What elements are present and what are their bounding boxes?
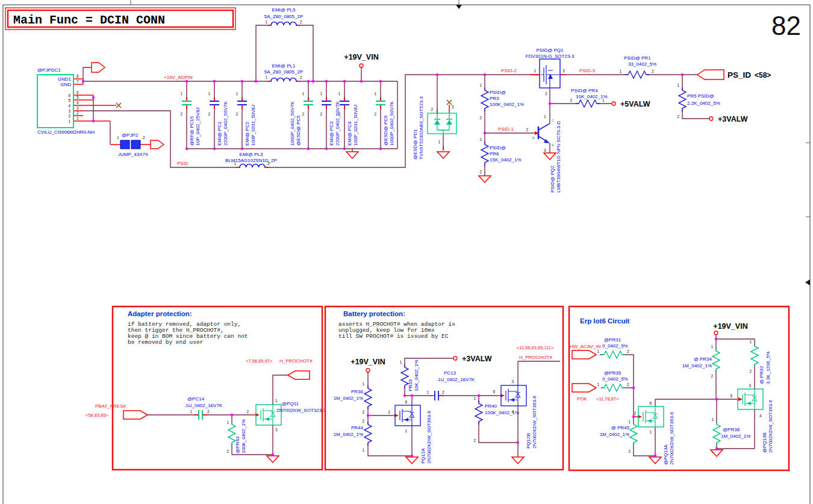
pjp2-part: JUMP_43X79 [118, 152, 148, 157]
pr35-ref: @PR35 [604, 370, 621, 376]
pr36-val: 1M_0402_1% [334, 396, 363, 401]
pc1-pin-2: 2 [208, 112, 210, 116]
net-label-psid-3: PSID-3 [579, 68, 595, 73]
pr45-pin-1: 1 [628, 420, 631, 424]
pr4-pin-1: 1 [602, 98, 605, 102]
pr44-pin-2: 2 [362, 419, 364, 423]
pd1-pin-1: 1 [438, 140, 440, 144]
pq11-val: 2N7002KW_SOT323-3 [276, 408, 326, 413]
net-label-psid: PSID [177, 161, 188, 166]
pr45-ref: @ PR45 [611, 425, 630, 431]
pc2-pin-2: 2 [235, 112, 238, 116]
pr38-val: 1M_0402_1% [721, 434, 750, 439]
pc4-pin-1: 1 [338, 92, 340, 96]
connector-pin-4: 4 [68, 104, 70, 108]
connector-ref: @PJPDC1 [37, 67, 61, 73]
pjp2-ref: @PJP2 [122, 132, 139, 138]
jumper-pad-1 [120, 140, 129, 149]
pr3-val: 100K_0402_1% [490, 102, 524, 107]
pr34-ref: @ PR34 [694, 356, 712, 362]
pr32-val: 3.3K_1206_5% [765, 351, 771, 384]
pr6-pin-2: 2 [479, 170, 482, 174]
pq12b-pin-3: 3 [511, 379, 514, 384]
pq13a-pin-6: 6 [649, 401, 652, 405]
pc1-val: 2200P_0402_50V7K [223, 101, 228, 146]
pr33-pin-1: 1 [399, 360, 402, 364]
pr38-ref: @PR38 [723, 427, 740, 432]
pr31-pin-2: 2 [627, 349, 629, 353]
pc13-pin-1: 1 [426, 390, 429, 394]
terminal-3valw-battery: +3VALW [462, 355, 492, 363]
pad-number-2: 2 [76, 111, 79, 115]
pc1-ref: EMI@ PC1 [217, 121, 222, 146]
pc5-ref: @ESD@ PC5 [296, 115, 301, 146]
pr5-pin-2: 2 [677, 114, 679, 119]
pr44-val: 1M_0402_1% [334, 432, 363, 437]
h-prochot-pages-a: <7,58,85,97> [246, 358, 273, 364]
net-label-hw-acav-in: HW_ACAV_IN [570, 344, 601, 349]
port-ps-id-pages: <58> [755, 71, 771, 79]
terminal-circle-icon [360, 64, 363, 67]
terminal-circle-icon [453, 356, 457, 360]
terminal-circle-icon [612, 102, 615, 105]
pc2-val: 100P_0201_50V8J [251, 105, 256, 146]
pc3-ref: EMI@ PC3 [329, 121, 334, 146]
pr31-pin-1: 1 [597, 349, 599, 353]
battery-title: Battery protection: [343, 310, 405, 317]
net-label-pok: POK [577, 396, 588, 402]
pr36-ref: PR36 [351, 389, 364, 394]
pq2-pin-1: 1 [544, 114, 546, 119]
pc14-pin-1: 1 [190, 409, 192, 414]
pl1-ref: EMI@ PL1 [272, 63, 296, 69]
pr6-val: 15K_0402_1% [490, 157, 522, 163]
pad-number-3: 3 [76, 106, 79, 110]
pr4-pin-2: 2 [570, 98, 572, 102]
pok-pages: <11,78,87> [596, 396, 619, 402]
pr43-ref: @PR43 [235, 436, 240, 453]
pq12a-pin-2: 2 [388, 410, 390, 414]
pq1-pin-1: 1 [534, 69, 536, 73]
connector-pin-1: 1 [68, 119, 70, 123]
connector-pin-3: 3 [68, 109, 70, 113]
pq11-pin-3: 3 [275, 428, 278, 432]
pq12a-val: 2N7002KDW_SOT363-6 [426, 410, 432, 464]
pd1-pin-3: 3 [452, 105, 454, 109]
pr1-val: 33_0402_5% [628, 61, 656, 67]
pq12a-ref: PQ12A [420, 448, 426, 464]
pl3-pin-2: 2 [267, 161, 270, 166]
pl1-pin-2: 2 [300, 75, 302, 79]
pr36-pin-2: 2 [362, 410, 364, 414]
pq11-pin-1: 1 [275, 399, 278, 403]
pr5-pin-1: 1 [677, 83, 679, 87]
adapter-title: Adapter protection: [128, 310, 192, 317]
pad-number-4: 4 [76, 101, 79, 105]
pq12b-ref: PQ12B [526, 433, 531, 449]
pc1-pin-1: 1 [208, 92, 210, 96]
pr32-pin-1: 1 [749, 340, 752, 344]
pq1-val: FDV301N-G_SOT23-3 [526, 54, 575, 59]
pd1-val: TVNST52302AB0_SOT523-3 [419, 96, 424, 160]
pq13b-val: 2N7002KDW_SOT363-6 [768, 399, 773, 453]
terminal-circle-icon [714, 331, 718, 335]
pr3-ref: PR3 [490, 96, 499, 101]
terminal-19v-vin: +19V_VIN [344, 53, 378, 61]
title-block: Main Func = DCIN CONN [5, 8, 235, 30]
pr35-val: 0_0402_5% [602, 376, 628, 382]
connector-part: CVILU_CI9906M2HR0-NH [37, 129, 95, 135]
pc15-val: 10P_0402_25V8J [195, 107, 201, 146]
connector-pin-5: 5 [68, 98, 70, 102]
pq1-pin-3: 3 [562, 69, 565, 73]
adapter-note-line: be removed by end user [128, 339, 203, 346]
pq13b-pin-5: 5 [730, 394, 732, 398]
pl5-val: 5A_Z80_0805_2P [264, 14, 304, 19]
pl5-ref: EMI@ PL5 [272, 7, 296, 13]
pq2-val: LMBT3904WT1G NPN SC70-3-D [556, 121, 561, 193]
pr40-ref: PR40 [485, 403, 497, 409]
pbat-pres-pages: <58,83,85> [86, 412, 109, 418]
pq13b-ref: @PQ13B [762, 432, 767, 453]
pc14-pin-2: 2 [207, 409, 210, 414]
net-label-19v-adpin: +19V_ADPIN [164, 75, 193, 80]
net-label-h-prochot-b: H_PROCHOT# [519, 355, 552, 360]
pc4-ref: EMI@ PC4 [347, 121, 352, 146]
pr1-ref: PSID@ PR1 [624, 55, 651, 61]
